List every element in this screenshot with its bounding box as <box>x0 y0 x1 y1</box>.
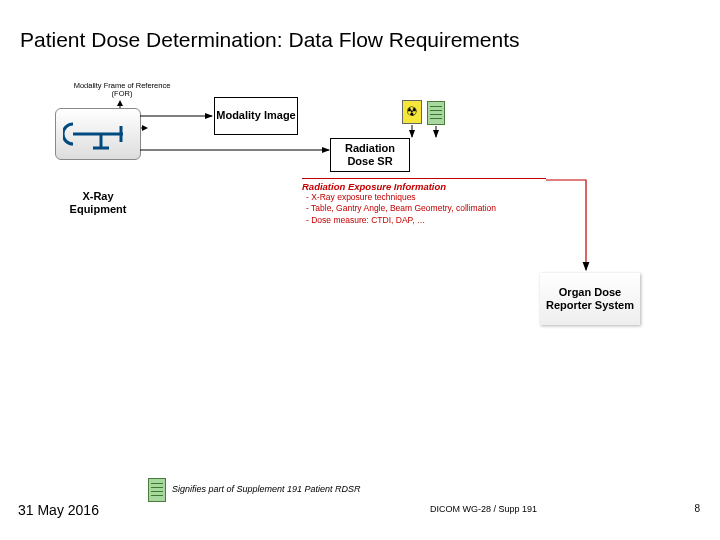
xray-equipment-node <box>55 108 141 160</box>
footer-center: DICOM WG-28 / Supp 191 <box>430 504 537 514</box>
xray-equipment-label: X-Ray Equipment <box>58 190 138 216</box>
radiation-dose-sr-node: Radiation Dose SR <box>330 138 410 172</box>
page-title: Patient Dose Determination: Data Flow Re… <box>20 28 520 52</box>
frame-of-reference-label: Modality Frame of Reference (FOR) <box>72 82 172 99</box>
rei-header: Radiation Exposure Information <box>302 179 546 192</box>
supplement-icon <box>427 101 445 125</box>
legend-text: Signifies part of Supplement 191 Patient… <box>172 484 361 494</box>
svg-marker-3 <box>142 125 148 131</box>
xray-equipment-icon <box>63 114 133 154</box>
svg-marker-1 <box>117 100 123 106</box>
rei-item: - Dose measure: CTDI, DAP, … <box>302 215 546 226</box>
footer-page-number: 8 <box>694 503 700 514</box>
rei-item: - X-Ray exposure techniques <box>302 192 546 203</box>
footer-date: 31 May 2016 <box>18 502 99 518</box>
radiation-exposure-info-block: Radiation Exposure Information - X-Ray e… <box>302 178 546 226</box>
radiation-icon: ☢ <box>402 100 422 124</box>
organ-dose-reporter-node: Organ Dose Reporter System <box>540 273 640 325</box>
rei-item: - Table, Gantry Angle, Beam Geometry, co… <box>302 203 546 214</box>
supplement-icon <box>148 478 166 502</box>
modality-image-node: Modality Image <box>214 97 298 135</box>
